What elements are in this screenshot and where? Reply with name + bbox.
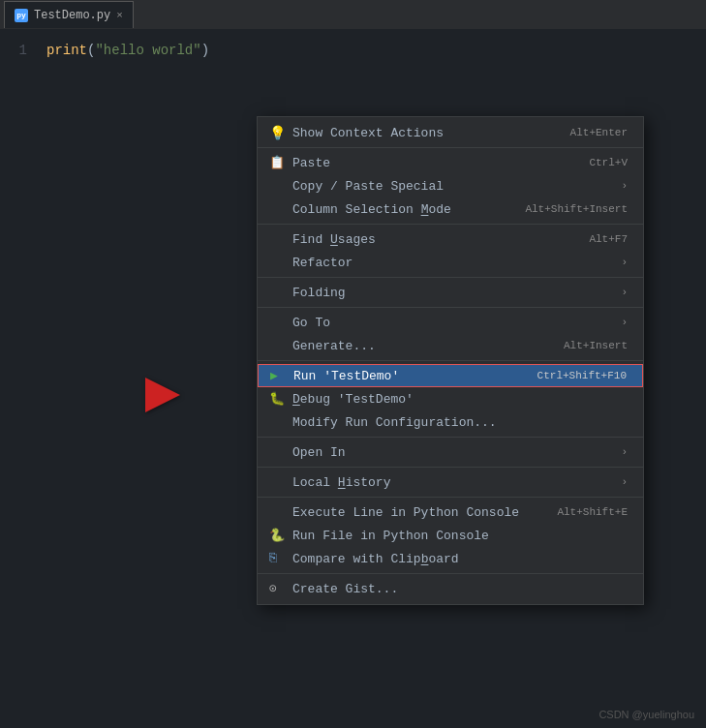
tab-filename: TestDemo.py [34, 9, 110, 22]
folding-chevron: › [621, 287, 628, 298]
go-to-icon [269, 315, 285, 330]
python-icon: 🐍 [269, 528, 285, 543]
menu-item-create-gist[interactable]: ⊙ Create Gist... [258, 577, 643, 600]
menu-label-column-selection: Column Selection Mode [292, 202, 451, 217]
line-number: 1 [0, 37, 39, 118]
bulb-icon: 💡 [269, 125, 285, 140]
tab-bar: py TestDemo.py × [0, 0, 706, 29]
execute-line-icon [269, 504, 285, 520]
menu-label-compare-clipboard: Compare with Clipboard [292, 552, 459, 566]
separator-7 [258, 467, 643, 468]
find-usages-icon [269, 231, 285, 247]
paste-icon: 📋 [269, 155, 285, 170]
python-file-icon: py [15, 9, 28, 22]
separator-1 [258, 147, 643, 148]
shortcut-find-usages: Alt+F7 [589, 233, 628, 245]
separator-6 [258, 437, 643, 438]
menu-label-find-usages: Find Usages [292, 232, 376, 247]
menu-label-copy-paste-special: Copy / Paste Special [292, 179, 444, 194]
separator-4 [258, 307, 643, 308]
tab-close-button[interactable]: × [116, 10, 123, 21]
separator-5 [258, 360, 643, 361]
go-to-chevron: › [621, 317, 628, 328]
separator-9 [258, 573, 643, 574]
menu-item-folding[interactable]: Folding › [258, 281, 643, 304]
separator-8 [258, 497, 643, 498]
submenu-chevron: › [621, 180, 628, 192]
arrow-indicator [145, 378, 180, 412]
run-icon: ▶ [270, 368, 286, 383]
menu-item-run-testdemo[interactable]: ▶ Run 'TestDemo' Ctrl+Shift+F10 [258, 364, 643, 387]
menu-item-generate[interactable]: Generate... Alt+Insert [258, 334, 643, 357]
menu-label-open-in: Open In [292, 445, 346, 460]
menu-item-debug-testdemo[interactable]: 🐛 Debug 'TestDemo' [258, 387, 643, 410]
menu-item-column-selection[interactable]: Column Selection Mode Alt+Shift+Insert [258, 197, 643, 221]
shortcut-paste: Ctrl+V [589, 157, 628, 168]
menu-item-go-to[interactable]: Go To › [258, 311, 643, 334]
menu-label-local-history: Local History [292, 475, 390, 490]
menu-item-run-file-python[interactable]: 🐍 Run File in Python Console [258, 524, 643, 547]
menu-label-paste: Paste [292, 156, 330, 170]
gist-icon: ⊙ [269, 581, 285, 596]
shortcut-generate: Alt+Insert [564, 340, 628, 351]
menu-label-refactor: Refactor [292, 256, 353, 270]
menu-item-modify-run[interactable]: Modify Run Configuration... [258, 410, 643, 434]
shortcut-column-selection: Alt+Shift+Insert [525, 203, 628, 215]
arrow-shape [145, 378, 180, 412]
menu-item-open-in[interactable]: Open In › [258, 440, 643, 464]
shortcut-execute-line: Alt+Shift+E [557, 506, 628, 518]
copy-paste-icon [269, 178, 285, 194]
code-function: print [46, 43, 87, 58]
refactor-icon [269, 255, 285, 270]
menu-label-show-context-actions: Show Context Actions [292, 126, 444, 140]
open-in-chevron: › [621, 446, 628, 458]
menu-label-folding: Folding [292, 286, 346, 300]
menu-item-paste[interactable]: 📋 Paste Ctrl+V [258, 151, 643, 174]
menu-item-compare-clipboard[interactable]: ⎘ Compare with Clipboard [258, 547, 643, 570]
code-line: print("hello world") [39, 37, 217, 118]
folding-icon [269, 285, 285, 300]
menu-label-execute-line: Execute Line in Python Console [292, 505, 519, 520]
menu-item-show-context-actions[interactable]: 💡 Show Context Actions Alt+Enter [258, 121, 643, 144]
menu-item-local-history[interactable]: Local History › [258, 470, 643, 494]
open-in-icon [269, 444, 285, 460]
column-selection-icon [269, 201, 285, 217]
context-menu: 💡 Show Context Actions Alt+Enter 📋 Paste… [257, 116, 644, 605]
debug-icon: 🐛 [269, 391, 285, 407]
modify-run-icon [269, 414, 285, 430]
separator-3 [258, 277, 643, 278]
compare-icon: ⎘ [269, 551, 285, 566]
local-history-chevron: › [621, 476, 628, 488]
generate-icon [269, 338, 285, 353]
file-tab[interactable]: py TestDemo.py × [4, 1, 134, 28]
menu-item-refactor[interactable]: Refactor › [258, 251, 643, 274]
menu-label-generate: Generate... [292, 339, 376, 353]
menu-item-find-usages[interactable]: Find Usages Alt+F7 [258, 228, 643, 251]
menu-label-run-file-python: Run File in Python Console [292, 529, 489, 543]
menu-label-modify-run: Modify Run Configuration... [292, 415, 497, 430]
menu-label-go-to: Go To [292, 316, 330, 330]
menu-item-execute-line[interactable]: Execute Line in Python Console Alt+Shift… [258, 500, 643, 524]
shortcut-show-context-actions: Alt+Enter [570, 127, 628, 138]
refactor-chevron: › [621, 257, 628, 268]
local-history-icon [269, 474, 285, 490]
menu-label-create-gist: Create Gist... [292, 582, 398, 596]
code-editor: 1 print("hello world") [0, 29, 706, 126]
shortcut-run-testdemo: Ctrl+Shift+F10 [537, 370, 627, 381]
menu-item-copy-paste-special[interactable]: Copy / Paste Special › [258, 174, 643, 197]
separator-2 [258, 224, 643, 225]
menu-label-run-testdemo: Run 'TestDemo' [293, 369, 399, 383]
watermark: CSDN @yuelinghou [599, 709, 694, 720]
menu-label-debug-testdemo: Debug 'TestDemo' [292, 392, 414, 407]
